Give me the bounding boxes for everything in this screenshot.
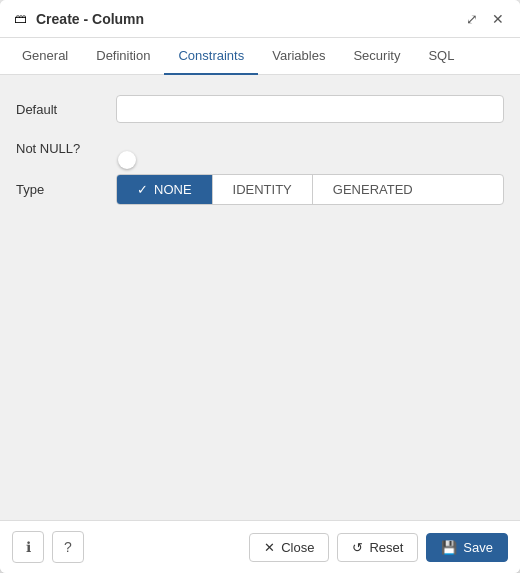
dialog: 🗃 Create - Column ⤢ ✕ General Definition… (0, 0, 520, 573)
type-identity-button[interactable]: IDENTITY (213, 175, 313, 204)
save-button[interactable]: 💾 Save (426, 533, 508, 562)
type-button-group: ✓ NONE IDENTITY GENERATED (116, 174, 504, 205)
default-row: Default (16, 95, 504, 123)
help-button[interactable]: ? (52, 531, 84, 563)
default-control (116, 95, 504, 123)
type-none-button[interactable]: ✓ NONE (117, 175, 213, 204)
default-input[interactable] (116, 95, 504, 123)
type-control: ✓ NONE IDENTITY GENERATED (116, 174, 504, 205)
info-icon: ℹ (26, 539, 31, 555)
default-label: Default (16, 102, 116, 117)
close-button[interactable]: ✕ Close (249, 533, 329, 562)
footer-right: ✕ Close ↺ Reset 💾 Save (249, 533, 508, 562)
tab-constraints[interactable]: Constraints (164, 38, 258, 75)
help-icon: ? (64, 539, 72, 555)
check-icon: ✓ (137, 182, 148, 197)
tab-sql[interactable]: SQL (414, 38, 468, 75)
tabs-bar: General Definition Constraints Variables… (0, 38, 520, 75)
type-row: Type ✓ NONE IDENTITY GENERATED (16, 174, 504, 205)
content-area: Default Not NULL? Type ✓ NON (0, 75, 520, 520)
tab-definition[interactable]: Definition (82, 38, 164, 75)
expand-button[interactable]: ⤢ (462, 9, 482, 29)
tab-security[interactable]: Security (339, 38, 414, 75)
dialog-icon: 🗃 (12, 11, 28, 27)
close-title-button[interactable]: ✕ (488, 9, 508, 29)
save-icon: 💾 (441, 540, 457, 555)
title-bar: 🗃 Create - Column ⤢ ✕ (0, 0, 520, 38)
type-label: Type (16, 182, 116, 197)
reset-button[interactable]: ↺ Reset (337, 533, 418, 562)
type-generated-button[interactable]: GENERATED (313, 175, 433, 204)
dialog-title: Create - Column (36, 11, 144, 27)
info-button[interactable]: ℹ (12, 531, 44, 563)
title-actions: ⤢ ✕ (462, 9, 508, 29)
not-null-row: Not NULL? (16, 141, 504, 156)
tab-general[interactable]: General (8, 38, 82, 75)
footer-left: ℹ ? (12, 531, 84, 563)
reset-icon: ↺ (352, 540, 363, 555)
footer: ℹ ? ✕ Close ↺ Reset 💾 Save (0, 520, 520, 573)
close-icon: ✕ (264, 540, 275, 555)
title-left: 🗃 Create - Column (12, 11, 144, 27)
tab-variables[interactable]: Variables (258, 38, 339, 75)
not-null-label: Not NULL? (16, 141, 116, 156)
